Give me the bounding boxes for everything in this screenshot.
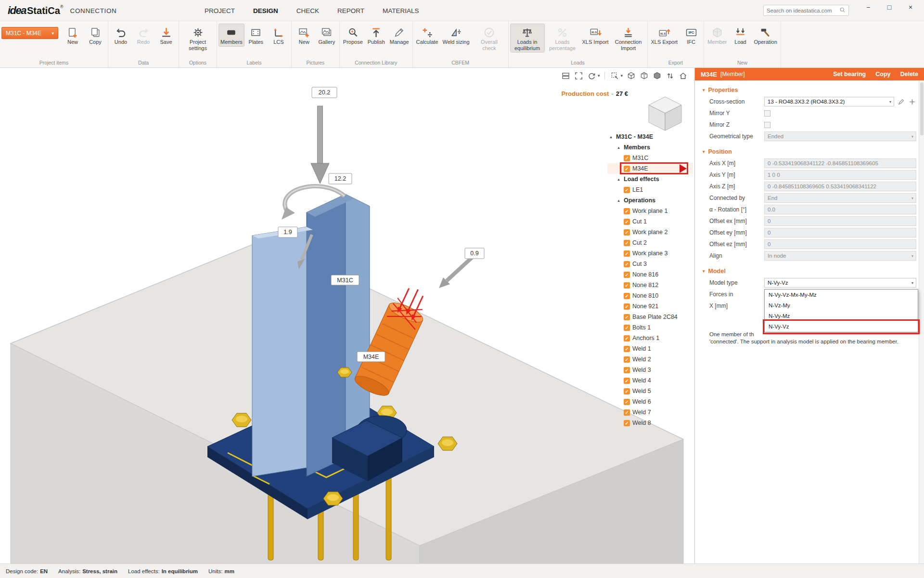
tree-item-checkbox[interactable]: ✓ <box>624 325 630 331</box>
home-view-icon[interactable] <box>678 71 688 80</box>
close-button[interactable]: × <box>900 1 921 13</box>
add-icon[interactable] <box>908 98 916 106</box>
flip-view-icon[interactable] <box>665 71 675 80</box>
tree-item-work-plane-1[interactable]: ✓Work plane 1 <box>607 206 693 216</box>
picture-new-button[interactable]: New <box>293 24 315 47</box>
weld-sizing-button[interactable]: Weld sizing <box>440 24 471 47</box>
tree-item-checkbox[interactable]: ✓ <box>624 293 630 299</box>
view-cube-wire-icon[interactable] <box>626 71 636 80</box>
scrollbar-thumb[interactable] <box>920 82 924 135</box>
tree-item-bolts-1[interactable]: ✓Bolts 1 <box>607 322 693 333</box>
labels-lcs-button[interactable]: LCS <box>268 24 290 47</box>
tree-item-checkbox[interactable]: ✓ <box>624 250 630 257</box>
tree-item-weld-4[interactable]: ✓Weld 4 <box>607 375 693 386</box>
tree-item-cut-2[interactable]: ✓Cut 2 <box>607 237 693 248</box>
tree-item-load-effects[interactable]: ▴Load effects <box>607 174 693 184</box>
publish-button[interactable]: Publish <box>365 24 387 47</box>
tab-check[interactable]: CHECK <box>296 7 319 14</box>
tree-item-checkbox[interactable]: ✓ <box>624 261 630 267</box>
new-operation-button[interactable]: Operation <box>752 24 779 47</box>
tree-item-base-plate-2c84[interactable]: ✓Base Plate 2C84 <box>607 312 693 322</box>
tree-item-checkbox[interactable]: ✓ <box>624 166 630 172</box>
maximize-button[interactable]: □ <box>879 1 900 13</box>
copy-project-item-button[interactable]: Copy <box>84 24 106 47</box>
tree-expand-arrow[interactable]: ▴ <box>608 134 614 139</box>
tree-item-checkbox[interactable]: ✓ <box>624 240 630 246</box>
tree-item-none-816[interactable]: ✓None 816 <box>607 269 693 280</box>
save-button[interactable]: Save <box>155 24 177 47</box>
chevron-down-icon[interactable]: ▾ <box>598 73 600 78</box>
tree-item-weld-5[interactable]: ✓Weld 5 <box>607 386 693 396</box>
tree-item-checkbox[interactable]: ✓ <box>624 388 630 394</box>
delete-button[interactable]: Delete <box>900 71 918 78</box>
tree-item-checkbox[interactable]: ✓ <box>624 420 630 426</box>
gallery-button[interactable]: Gallery <box>316 24 338 47</box>
edit-icon[interactable] <box>897 98 905 106</box>
tree-item-weld-1[interactable]: ✓Weld 1 <box>607 343 693 354</box>
section-header-model[interactable]: ▾Model <box>695 265 924 277</box>
tree-item-operations[interactable]: ▴Operations <box>607 195 693 206</box>
tree-item-cut-3[interactable]: ✓Cut 3 <box>607 259 693 269</box>
search-box[interactable] <box>763 5 849 16</box>
model-type-select[interactable]: N-Vy-Vz▾ <box>764 278 916 288</box>
tree-item-checkbox[interactable]: ✓ <box>624 282 630 289</box>
tree-item-members[interactable]: ▴Members <box>607 142 693 153</box>
view-cube-shaded-icon[interactable] <box>639 71 649 80</box>
section-header-position[interactable]: ▾Position <box>695 146 924 158</box>
tree-item-cut-1[interactable]: ✓Cut 1 <box>607 216 693 227</box>
new-project-item-button[interactable]: New <box>62 24 84 47</box>
tree-item-checkbox[interactable]: ✓ <box>624 272 630 278</box>
project-settings-button[interactable]: Project settings <box>180 24 215 53</box>
tree-item-checkbox[interactable]: ✓ <box>624 229 630 236</box>
propose-button[interactable]: Propose <box>341 24 365 47</box>
manage-button[interactable]: Manage <box>388 24 411 47</box>
search-input[interactable] <box>767 8 836 13</box>
view-cube[interactable] <box>649 97 681 131</box>
tab-report[interactable]: REPORT <box>337 7 364 14</box>
dropdown-option-n-vy-vz[interactable]: N-Vy-Vz <box>765 321 918 332</box>
viewport-3d[interactable]: M31C M34E 20.2 12.2 <box>0 68 694 564</box>
selection-frame-icon[interactable] <box>610 71 619 80</box>
mirror-y-checkbox[interactable] <box>764 110 770 117</box>
tree-item-checkbox[interactable]: ✓ <box>624 356 630 363</box>
tab-materials[interactable]: MATERIALS <box>383 7 419 14</box>
tree-item-checkbox[interactable]: ✓ <box>624 378 630 384</box>
tree-expand-arrow[interactable]: ▴ <box>616 177 621 182</box>
tree-item-none-812[interactable]: ✓None 812 <box>607 280 693 290</box>
cross-section-select[interactable]: 13 - RO48.3X3.2 (RO48.3X3.2)▾ <box>764 97 894 106</box>
tree-item-checkbox[interactable]: ✓ <box>624 303 630 310</box>
tab-project[interactable]: PROJECT <box>205 7 235 14</box>
tree-item-checkbox[interactable]: ✓ <box>624 399 630 405</box>
copy-button[interactable]: Copy <box>875 71 890 78</box>
layout-panes-icon[interactable] <box>561 71 571 80</box>
xls-export-button[interactable]: XLSXLS Export <box>649 24 680 47</box>
tree-expand-arrow[interactable]: ▴ <box>616 198 621 203</box>
dropdown-option-n-vy-mz[interactable]: N-Vy-Mz <box>765 311 918 321</box>
labels-members-button[interactable]: Members <box>218 24 244 47</box>
mirror-z-checkbox[interactable] <box>764 122 770 128</box>
undo-button[interactable]: Undo <box>110 24 132 47</box>
tree-item-checkbox[interactable]: ✓ <box>624 314 630 320</box>
view-cube-solid-icon[interactable] <box>652 71 662 80</box>
tree-item-weld-2[interactable]: ✓Weld 2 <box>607 354 693 365</box>
tree-item-checkbox[interactable]: ✓ <box>624 409 630 416</box>
tree-item-weld-3[interactable]: ✓Weld 3 <box>607 365 693 375</box>
tree-item-m31c-m34e[interactable]: ▴M31C - M34E <box>607 131 693 142</box>
rotate-view-icon[interactable] <box>587 71 597 80</box>
tree-item-checkbox[interactable]: ✓ <box>624 219 630 225</box>
xls-import-button[interactable]: XLSXLS Import <box>580 24 611 47</box>
tree-expand-arrow[interactable]: ▴ <box>616 145 621 150</box>
tree-item-m34e[interactable]: ✓M34E <box>607 163 693 174</box>
dropdown-option-n-vy-vz-mx-my-mz[interactable]: N-Vy-Vz-Mx-My-Mz <box>765 289 918 300</box>
scrollbar[interactable] <box>919 80 924 564</box>
dropdown-option-n-vz-my[interactable]: N-Vz-My <box>765 300 918 311</box>
ifc-export-button[interactable]: IFCIFC <box>680 24 702 47</box>
calculate-button[interactable]: Calculate <box>414 24 440 47</box>
tree-item-work-plane-2[interactable]: ✓Work plane 2 <box>607 227 693 237</box>
section-header-properties[interactable]: ▾Properties <box>695 84 924 96</box>
project-item-combo[interactable]: M31C - M34E▾ <box>1 27 58 39</box>
zoom-fit-icon[interactable] <box>574 71 584 80</box>
tree-item-checkbox[interactable]: ✓ <box>624 367 630 373</box>
tree-item-weld-6[interactable]: ✓Weld 6 <box>607 396 693 407</box>
tree-item-le1[interactable]: ✓LE1 <box>607 184 693 195</box>
